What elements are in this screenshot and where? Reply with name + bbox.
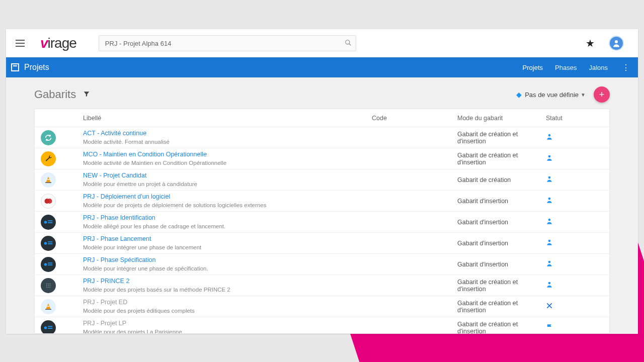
templates-table: Libellé Code Mode du gabarit Statut ACT …	[34, 109, 610, 334]
svg-point-39	[44, 326, 47, 329]
svg-point-28	[50, 283, 51, 284]
filter-icon[interactable]	[83, 90, 90, 99]
svg-point-27	[48, 283, 49, 284]
row-type-icon	[41, 172, 56, 188]
row-status-icon[interactable]	[546, 238, 603, 248]
svg-rect-23	[48, 264, 52, 265]
table-row[interactable]: PRJ - Phase IdentificationModèle allégé …	[35, 212, 609, 233]
tab-phases[interactable]: Phases	[549, 57, 583, 77]
header-libelle[interactable]: Libellé	[83, 115, 372, 122]
svg-point-31	[50, 285, 51, 286]
row-description: Modèle pour de projets de déploiement de…	[83, 202, 372, 209]
svg-point-26	[46, 283, 47, 284]
row-description: Modèle pour des projets éditiques comple…	[83, 307, 372, 314]
svg-point-34	[50, 287, 51, 288]
table-row[interactable]: ACT - Activité continueModèle activité. …	[35, 127, 609, 148]
row-status-icon[interactable]	[546, 196, 603, 206]
svg-rect-41	[48, 328, 52, 329]
svg-rect-17	[48, 241, 52, 242]
search-input[interactable]	[105, 40, 345, 47]
row-mode: Gabarit de création et d'insertion	[457, 321, 546, 334]
row-title[interactable]: PRJ - Déploiement d'un logiciel	[83, 193, 372, 201]
header-code[interactable]: Code	[372, 115, 457, 122]
table-row[interactable]: NEW - Projet CandidatModèle pour émettre…	[35, 169, 609, 191]
svg-point-32	[46, 287, 47, 288]
table-row[interactable]: MCO - Maintien en Condition Opérationnel…	[35, 148, 609, 169]
svg-point-11	[44, 221, 47, 224]
row-status-icon[interactable]	[546, 133, 603, 142]
row-mode: Gabarit d'insertion	[457, 240, 546, 247]
search-box[interactable]	[99, 35, 356, 51]
row-title[interactable]: PRJ - Phase Spécification	[83, 256, 372, 264]
row-status-icon[interactable]	[546, 217, 603, 227]
svg-point-19	[548, 240, 551, 242]
header-mode[interactable]: Mode du gabarit	[457, 115, 546, 122]
tab-projets[interactable]: Projets	[517, 57, 549, 77]
row-type-icon	[41, 236, 56, 251]
row-description: Modèle pour des projets La Parisienne	[83, 328, 372, 334]
row-mode: Gabarit de création et d'insertion	[457, 131, 546, 145]
svg-rect-5	[47, 179, 50, 180]
svg-point-30	[48, 285, 49, 286]
nav-more-icon[interactable]: ⋮	[614, 63, 638, 72]
row-description: Modèle pour intégrer une phase de spécif…	[83, 265, 372, 272]
table-row[interactable]: PRJ - Projet LPModèle pour des projets L…	[35, 317, 609, 334]
row-title[interactable]: PRJ - Phase Lancement	[83, 235, 372, 243]
svg-point-2	[548, 134, 551, 137]
menu-button[interactable]	[12, 35, 28, 51]
row-type-icon	[41, 215, 56, 230]
row-title[interactable]: MCO - Maintien en Condition Opérationnel…	[83, 151, 372, 159]
table-row[interactable]: PRJ - Projet EDModèle pour des projets é…	[35, 296, 609, 317]
svg-point-16	[44, 242, 47, 245]
topbar: virage ★	[6, 29, 638, 57]
row-status-icon[interactable]	[546, 302, 603, 311]
app-logo: virage	[40, 35, 76, 51]
svg-point-35	[548, 282, 551, 285]
svg-point-14	[548, 219, 551, 221]
table-row[interactable]: PRJ - PRINCE 2Modèle pour des projets ba…	[35, 275, 609, 296]
row-type-icon	[41, 151, 56, 166]
row-title[interactable]: NEW - Projet Candidat	[83, 172, 372, 180]
search-icon[interactable]	[345, 39, 352, 48]
favorite-icon[interactable]: ★	[586, 37, 595, 49]
add-button[interactable]: +	[594, 86, 610, 103]
header-statut[interactable]: Statut	[546, 115, 603, 122]
svg-point-24	[548, 261, 551, 263]
row-mode: Gabarit d'insertion	[457, 219, 546, 226]
svg-rect-4	[45, 182, 51, 183]
row-mode: Gabarit de création et d'insertion	[457, 300, 546, 314]
svg-point-1	[615, 40, 618, 43]
svg-point-8	[47, 199, 52, 204]
svg-point-29	[46, 285, 47, 286]
row-description: Modèle pour des projets basés sur la mét…	[83, 286, 372, 293]
row-mode: Gabarit d'insertion	[457, 261, 546, 268]
view-label: Pas de vue définie	[525, 91, 579, 99]
table-row[interactable]: PRJ - Phase LancementModèle pour intégre…	[35, 233, 609, 254]
row-title: PRJ - Projet ED	[83, 299, 372, 307]
table-row[interactable]: PRJ - Déploiement d'un logicielModèle po…	[35, 191, 609, 212]
view-selector[interactable]: ◆ Pas de vue définie ▼	[516, 90, 586, 99]
row-title[interactable]: PRJ - Phase Identification	[83, 214, 372, 222]
table-row[interactable]: PRJ - Phase SpécificationModèle pour int…	[35, 254, 609, 275]
svg-point-3	[548, 155, 551, 158]
row-type-icon	[41, 320, 56, 334]
row-status-icon[interactable]	[546, 175, 603, 185]
row-status-icon[interactable]	[546, 259, 603, 269]
svg-rect-40	[48, 326, 52, 327]
svg-rect-36	[45, 309, 51, 310]
svg-rect-18	[48, 243, 52, 244]
row-description: Modèle pour intégrer une phase de lancem…	[83, 244, 372, 251]
navbar: Projets Projets Phases Jalons ⋮	[6, 57, 638, 77]
row-status-icon[interactable]	[546, 281, 603, 290]
page-title: Gabarits	[34, 88, 76, 101]
row-mode: Gabarit de création	[457, 176, 546, 184]
row-title[interactable]: PRJ - PRINCE 2	[83, 278, 372, 286]
user-avatar[interactable]	[609, 36, 624, 51]
row-title[interactable]: ACT - Activité continue	[83, 130, 372, 138]
svg-point-21	[44, 263, 47, 266]
svg-point-33	[48, 287, 49, 288]
tab-jalons[interactable]: Jalons	[583, 57, 614, 77]
app-window: virage ★ Projets Projets Phases Jalons ⋮…	[6, 29, 638, 334]
row-status-icon[interactable]	[546, 323, 603, 332]
row-status-icon[interactable]	[546, 154, 603, 163]
